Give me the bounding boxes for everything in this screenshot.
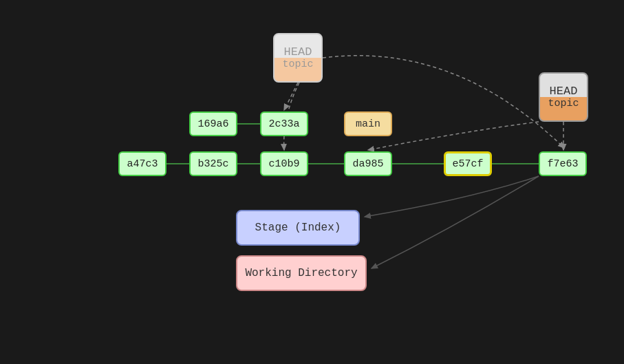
- topic-label-left: topic: [282, 58, 313, 70]
- head-label-left: HEAD: [284, 45, 312, 58]
- commit-b325c: b325c: [189, 151, 237, 176]
- head-topic-left-node: HEAD topic: [273, 33, 323, 83]
- head-topic-right-node: HEAD topic: [539, 72, 588, 122]
- commit-main: main: [344, 111, 392, 136]
- commit-a47c3: a47c3: [118, 151, 166, 176]
- commit-c10b9: c10b9: [260, 151, 308, 176]
- commit-2c33a: 2c33a: [260, 111, 308, 136]
- diagram-canvas: HEAD topic HEAD topic 169a6 2c33a main a…: [0, 0, 624, 364]
- commit-f7e63: f7e63: [539, 151, 587, 176]
- head-label-right: HEAD: [550, 85, 578, 98]
- commit-da985: da985: [344, 151, 392, 176]
- svg-line-0: [284, 83, 298, 110]
- working-directory-node: Working Directory: [236, 255, 367, 291]
- commit-169a6: 169a6: [189, 111, 237, 136]
- commit-e57cf: e57cf: [444, 151, 492, 176]
- stage-index-node: Stage (Index): [236, 210, 360, 246]
- topic-label-right: topic: [548, 98, 579, 109]
